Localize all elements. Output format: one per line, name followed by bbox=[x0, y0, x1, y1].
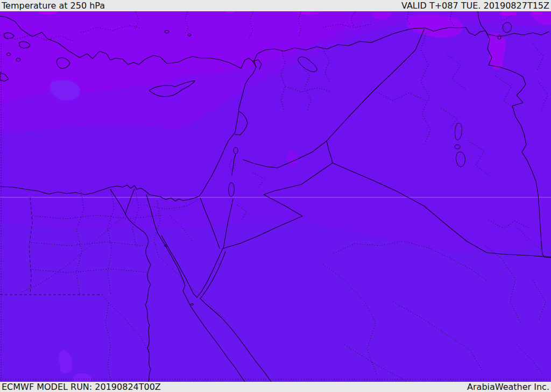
map-title: Temperature at 250 hPa bbox=[2, 1, 105, 11]
model-run-label: ECMWF MODEL RUN: 20190824T00Z bbox=[2, 382, 161, 392]
valid-time-label: VALID T+087 TUE. 20190827T15Z bbox=[401, 1, 549, 11]
weather-map-page: Temperature at 250 hPa VALID T+087 TUE. … bbox=[0, 0, 551, 392]
footer-bar: ECMWF MODEL RUN: 20190824T00Z ArabiaWeat… bbox=[0, 382, 551, 392]
temperature-map-canvas bbox=[0, 11, 551, 382]
header-bar: Temperature at 250 hPa VALID T+087 TUE. … bbox=[0, 0, 551, 11]
map-area bbox=[0, 11, 551, 382]
temperature-fills bbox=[0, 11, 551, 382]
provider-label: ArabiaWeather Inc. bbox=[467, 382, 549, 392]
